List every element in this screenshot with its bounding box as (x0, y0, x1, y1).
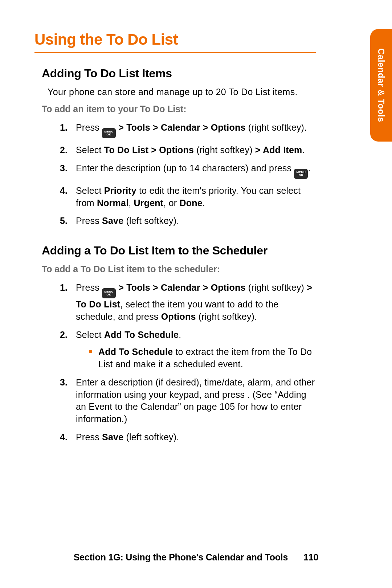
step-bold: Save (102, 432, 123, 442)
page-title: Using the To Do List (34, 31, 316, 48)
step-bold: Done (179, 198, 202, 208)
menu-ok-icon: MENUOK (102, 288, 116, 298)
step-text: Select (76, 330, 104, 340)
step-number: 3. (60, 162, 68, 175)
step-bold: To Do List > Options (104, 145, 194, 155)
side-tab-label: Calendar & Tools (376, 48, 386, 122)
step-text: . (203, 198, 205, 208)
title-rule (34, 52, 316, 53)
section-intro: Your phone can store and manage up to 20… (48, 87, 316, 97)
step-bold: > Tools > Calendar > Options (116, 282, 246, 293)
step-text: , (128, 198, 134, 208)
step-text: Enter the description (up to 14 characte… (76, 163, 294, 173)
step-item: 1. Press MENUOK > Tools > Calendar > Opt… (60, 122, 316, 138)
menu-ok-icon: MENUOK (294, 169, 308, 179)
steps-list: 1. Press MENUOK > Tools > Calendar > Opt… (60, 122, 316, 227)
step-text: Press (76, 216, 102, 226)
step-text: Select (76, 145, 104, 155)
sub-bullets: Add To Schedule to extract the item from… (89, 346, 316, 371)
footer-page-number: 110 (303, 552, 318, 562)
step-number: 5. (60, 215, 68, 227)
procedure-subhead: To add a To Do List item to the schedule… (42, 264, 316, 274)
step-item: 3. Enter the description (up to 14 chara… (60, 162, 316, 179)
steps-list: 1. Press MENUOK > Tools > Calendar > Opt… (60, 282, 316, 444)
step-text: Select (76, 185, 104, 196)
step-text: Press (76, 122, 102, 132)
step-bold: Options (161, 311, 196, 322)
step-text: (right softkey). (246, 122, 307, 132)
step-item: 3. Enter a description (if desired), tim… (60, 376, 316, 425)
step-bold: Priority (104, 185, 136, 196)
step-bold: Add To Schedule (104, 330, 179, 340)
bullet-item: Add To Schedule to extract the item from… (89, 346, 316, 371)
step-item: 2. Select Add To Schedule. Add To Schedu… (60, 329, 316, 371)
step-bold: Urgent (134, 198, 164, 208)
section-heading-scheduler: Adding a To Do List Item to the Schedule… (42, 244, 316, 257)
page-content: Using the To Do List Adding To Do List I… (0, 0, 348, 444)
page-footer: Section 1G: Using the Phone's Calendar a… (0, 552, 392, 563)
step-bold: Save (102, 216, 123, 226)
step-text: Press (76, 432, 102, 442)
side-tab: Calendar & Tools (370, 29, 392, 142)
step-text: (right softkey). (196, 311, 257, 322)
step-number: 4. (60, 185, 68, 197)
step-item: 4. Select Priority to edit the item's pr… (60, 185, 316, 209)
step-item: 4. Press Save (left softkey). (60, 431, 316, 444)
section-heading-adding-items: Adding To Do List Items (42, 67, 316, 80)
step-text: (right softkey) (194, 145, 255, 155)
procedure-subhead: To add an item to your To Do List: (42, 104, 316, 114)
step-bold: > Add Item (255, 145, 302, 155)
footer-section-label: Section 1G: Using the Phone's Calendar a… (74, 552, 288, 562)
step-text: . (308, 163, 310, 173)
step-item: 1. Press MENUOK > Tools > Calendar > Opt… (60, 282, 316, 323)
step-text: (right softkey) (246, 282, 307, 293)
step-bold: > Tools > Calendar > Options (116, 122, 246, 132)
step-text: (left softkey). (123, 432, 179, 442)
step-text: . (302, 145, 305, 155)
step-text: , or (163, 198, 179, 208)
step-number: 2. (60, 144, 68, 156)
step-number: 1. (60, 122, 68, 134)
step-number: 4. (60, 431, 68, 444)
step-number: 2. (60, 329, 68, 341)
step-text: Enter a description (if desired), time/d… (76, 377, 315, 424)
step-item: 2. Select To Do List > Options (right so… (60, 144, 316, 156)
step-number: 1. (60, 282, 68, 294)
step-text: . (179, 330, 181, 340)
step-text: (left softkey). (123, 216, 179, 226)
step-text: Press (76, 282, 102, 293)
step-number: 3. (60, 376, 68, 389)
bullet-bold: Add To Schedule (98, 347, 173, 357)
step-bold: Normal (97, 198, 128, 208)
step-item: 5. Press Save (left softkey). (60, 215, 316, 227)
menu-ok-icon: MENUOK (102, 128, 116, 138)
